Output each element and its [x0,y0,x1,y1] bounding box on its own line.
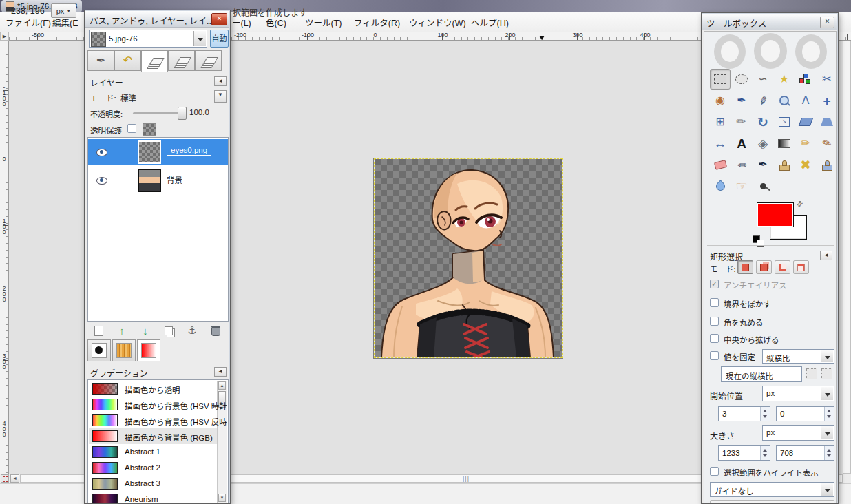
gradient-item[interactable]: Abstract 2 [89,460,217,476]
chevron-down-icon[interactable] [821,350,833,362]
tool-perspective[interactable] [817,112,837,132]
opacity-slider-handle[interactable] [178,107,187,120]
close-icon[interactable]: ✕ [211,13,227,25]
opacity-slider[interactable] [133,112,182,114]
gradient-item[interactable]: Abstract 3 [89,476,217,492]
tool-ellipse-select[interactable] [731,69,752,90]
aspect-ratio-input[interactable]: 現在の縦横比 [721,366,802,382]
tool-free-select[interactable]: ∽ [753,69,773,90]
tab-paths[interactable]: ✒ [87,50,114,71]
mode-replace-button[interactable] [737,260,753,274]
menu-item-4[interactable]: ツール(T) [305,16,342,29]
chevron-down-icon[interactable] [821,483,833,496]
layers-list[interactable]: eyes0.png背景 [87,137,229,322]
spinner-arrows-icon[interactable] [760,446,770,460]
panel-menu-button[interactable]: ◄ [214,76,227,86]
spinner-arrows-icon[interactable] [824,407,834,421]
layer-row[interactable]: eyes0.png [88,139,228,165]
checkbox-3[interactable] [710,334,719,343]
tool-text[interactable]: A [731,133,752,154]
raise-layer-button[interactable]: ↑ [114,324,130,337]
menu-item-6[interactable]: ウィンドウ(W) [409,16,466,29]
image-layer-boundary[interactable] [374,158,563,358]
checkbox-2[interactable] [710,317,719,326]
lower-layer-button[interactable]: ↓ [137,324,154,337]
spinner-arrows-icon[interactable] [760,407,770,421]
tool-dodge-burn[interactable] [753,176,773,196]
tab-undo[interactable]: ↶ [114,50,141,71]
menu-item-0[interactable]: ファイル(F) [6,16,51,29]
tool-foreground-select[interactable]: ◉ [710,90,731,111]
ruler-origin-button[interactable]: ▶ [0,32,9,41]
close-icon[interactable]: ✕ [820,17,834,28]
dialog-titlebar[interactable]: パス, アンドゥ, レイヤー, レイ... ✕ [85,11,229,28]
checkbox-1[interactable] [710,298,719,307]
delete-layer-button[interactable] [207,324,224,337]
unit-dropdown[interactable]: px ▼ [51,3,76,18]
tool-paths[interactable]: ✒ [731,90,752,111]
menu-item-7[interactable]: ヘルプ(H) [471,16,509,29]
spinner-arrows-icon[interactable] [824,446,834,460]
tool-move[interactable]: + [817,90,837,111]
position-y-spinner[interactable]: 0 [776,406,834,421]
panel-menu-button[interactable]: ◄ [820,251,832,260]
size-width-spinner[interactable]: 1233 [718,445,770,461]
tool-fuzzy-select[interactable]: ★ [774,69,795,90]
portrait-orientation-button[interactable] [806,368,817,379]
layer-mode-dropdown-button[interactable]: ▼ [214,90,227,103]
tab-layers-3[interactable] [195,50,222,71]
visibility-eye-icon[interactable] [96,177,107,185]
tool-perspective-clone[interactable] [817,154,837,175]
tool-scale[interactable]: ↘ [774,112,795,132]
gradient-item[interactable]: Aneurism [89,492,217,504]
lock-alpha-checkbox[interactable] [127,124,136,133]
tool-paintbrush[interactable]: ✏ [817,133,837,154]
gradient-item[interactable]: 描画色から背景色 (HSV 反時 [89,412,217,428]
layer-name[interactable]: eyes0.png [167,145,211,156]
tool-flip[interactable]: ↔ [710,133,731,154]
toolbox-window[interactable]: ツールボックス ✕ ∽★✂◉✒✏Λ+⊞✎↻↘↔A◈✏✏✎✒✖☞ ⇄ 矩形選択 ◄… [701,12,839,504]
anchor-layer-button[interactable]: ⚓ [184,324,200,337]
tool-scissors-select[interactable]: ✂ [817,69,837,90]
tool-blur-sharpen[interactable] [710,176,731,196]
mode-subtract-button[interactable] [775,260,790,274]
highlight-checkbox[interactable] [710,467,719,476]
gradients-list[interactable]: ▲ ▼ 描画色から透明描画色から背景色 (HSV 時計描画色から背景色 (HSV… [87,379,229,504]
tool-airbrush[interactable]: ✎ [731,154,752,175]
tool-select-by-color[interactable] [795,69,816,90]
tool-pencil[interactable]: ✏ [795,133,816,154]
scroll-up-icon[interactable]: ▲ [218,381,226,390]
main-vertical-scrollbar[interactable] [843,41,851,474]
tool-bucket-fill[interactable]: ◈ [753,133,773,154]
tool-crop[interactable]: ✎ [731,112,752,132]
guides-dropdown[interactable]: ガイドなし [710,482,834,497]
gradient-item[interactable]: 描画色から背景色 (HSV 時計 [89,397,217,412]
scrollbar-grip[interactable]: ||| [463,475,470,482]
fixed-checkbox[interactable] [710,351,719,360]
tool-zoom[interactable] [774,90,795,111]
dockable-dialog-window[interactable]: パス, アンドゥ, レイヤー, レイ... ✕ 5.jpg-76 自動 レイヤー… [84,10,231,504]
chevron-down-icon[interactable] [193,31,206,46]
mode-intersect-button[interactable] [793,260,809,274]
quickmask-toggle-button[interactable] [1,474,9,483]
tool-rotate[interactable]: ↻ [753,112,773,132]
vertical-ruler[interactable]: -1000100200300400 [0,41,9,474]
mode-add-button[interactable] [756,260,772,274]
scroll-left-button[interactable]: ◄ [10,474,19,483]
position-x-spinner[interactable]: 3 [718,406,770,421]
scroll-down-icon[interactable]: ▼ [218,494,226,502]
gradient-item[interactable]: 描画色から透明 [89,381,217,397]
tab-gradients[interactable] [137,339,160,361]
new-layer-button[interactable] [90,324,107,337]
toolbox-titlebar[interactable]: ツールボックス ✕ [702,14,837,30]
tool-align[interactable]: ⊞ [710,112,731,132]
menu-item-5[interactable]: フィルタ(R) [354,16,400,29]
panel-menu-button[interactable]: ◄ [214,367,227,377]
tab-patterns[interactable] [112,339,136,361]
size-unit-dropdown[interactable]: px [762,425,834,441]
tab-brushes[interactable] [87,339,111,361]
layer-name[interactable]: 背景 [167,174,182,185]
gradients-scrollbar[interactable]: ▲ ▼ [217,381,227,503]
checkbox-0[interactable]: ✓ [710,280,719,288]
position-unit-dropdown[interactable]: px [762,386,834,401]
